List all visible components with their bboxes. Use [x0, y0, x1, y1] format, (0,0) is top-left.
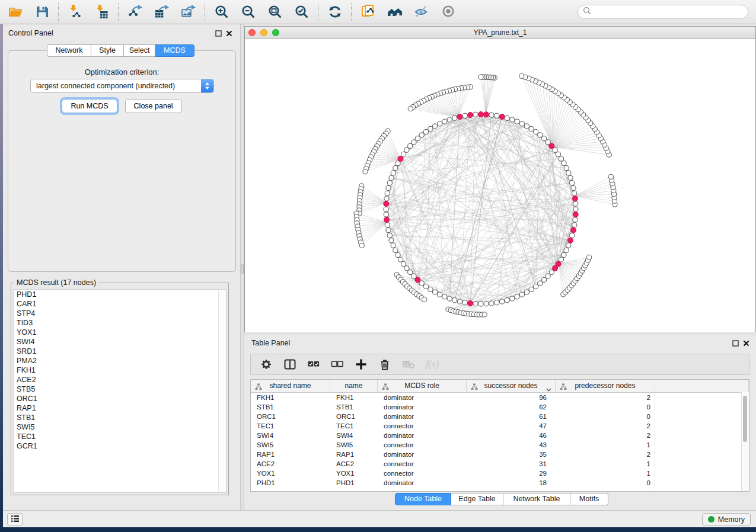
mcds-result-list: PHD1CAR1STP4TID3YOX1SWI4SRD1PMA2FKH1ACE2… — [13, 289, 227, 493]
mcds-result-item[interactable]: STB5 — [14, 384, 226, 394]
control-panel-title: Control Panel — [8, 29, 53, 37]
mcds-result-item[interactable]: RAP1 — [14, 403, 226, 413]
gear-icon[interactable] — [259, 357, 273, 371]
column-header-label: shared name — [269, 382, 311, 390]
table-row[interactable]: ORC1ORC1dominator610 — [251, 412, 749, 421]
column-header-label: MCDS role — [404, 382, 439, 390]
zoom-in-icon[interactable] — [213, 4, 230, 20]
table-row[interactable]: SWI5SWI5connector431 — [251, 440, 749, 450]
cell-MCDS-role: dominator — [378, 412, 467, 421]
table-row[interactable]: STB1STB1dominator620 — [251, 402, 749, 412]
table-row[interactable]: TEC1TEC1connector472 — [251, 421, 749, 431]
toolbar-group — [7, 4, 50, 20]
mcds-result-item[interactable]: ORC1 — [14, 394, 226, 403]
tab-network[interactable]: Network — [47, 44, 91, 57]
table-row[interactable]: YOX1YOX1connector291 — [251, 469, 749, 478]
export-image-icon[interactable] — [180, 4, 197, 20]
column-type-icon — [471, 382, 478, 394]
cell-name: ACE2 — [330, 459, 378, 469]
mcds-result-group: MCDS result (17 nodes) PHD1CAR1STP4TID3Y… — [11, 278, 229, 495]
mcds-result-item[interactable]: SRD1 — [14, 347, 226, 356]
network-canvas[interactable] — [245, 39, 755, 332]
close-table-panel-icon[interactable] — [742, 339, 750, 347]
column-header-shared-name[interactable]: shared name — [251, 380, 330, 392]
panel-splitter[interactable] — [240, 24, 244, 510]
tab-network-table[interactable]: Network Table — [503, 493, 570, 505]
refresh-icon[interactable] — [327, 4, 343, 20]
cell-successor-nodes: 18 — [467, 478, 556, 488]
tab-edge-table[interactable]: Edge Table — [451, 493, 503, 505]
tab-style[interactable]: Style — [91, 44, 124, 57]
deselect-all-icon[interactable] — [330, 357, 344, 371]
zoom-selected-icon[interactable] — [294, 4, 310, 20]
close-panel-button[interactable]: Close panel — [125, 99, 182, 113]
save-session-icon[interactable] — [34, 4, 50, 20]
table-row[interactable]: RAP1RAP1dominator352 — [251, 450, 749, 459]
add-column-icon[interactable] — [354, 357, 368, 371]
mcds-result-item[interactable]: SWI4 — [14, 337, 226, 347]
cell-predecessor-nodes: 0 — [556, 412, 655, 421]
search-input[interactable] — [594, 7, 748, 17]
mcds-result-item[interactable]: ACE2 — [14, 375, 226, 384]
table-row[interactable]: SWI4SWI4dominator462 — [251, 431, 749, 440]
table-row[interactable]: FKH1FKH1dominator962 — [251, 393, 749, 402]
hide-details-icon[interactable] — [413, 4, 430, 20]
column-header-predecessor-nodes[interactable]: predecessor nodes — [556, 380, 655, 392]
columns-icon[interactable] — [283, 357, 297, 371]
open-file-icon[interactable] — [7, 4, 24, 20]
show-details-icon[interactable] — [440, 4, 457, 20]
select-all-icon[interactable] — [307, 357, 321, 371]
mcds-result-item[interactable]: FKH1 — [14, 366, 226, 375]
toolbar-group — [127, 4, 197, 20]
table-row[interactable]: PHD1PHD1dominator180 — [251, 478, 749, 488]
zoom-fit-icon[interactable] — [267, 4, 283, 20]
export-network-icon[interactable] — [127, 4, 143, 20]
cell-shared-name: YOX1 — [251, 469, 330, 478]
mcds-result-item[interactable]: PMA2 — [14, 356, 226, 366]
houses-icon[interactable] — [387, 4, 403, 20]
import-table-icon[interactable] — [94, 4, 110, 20]
delete-column-icon[interactable] — [378, 357, 392, 371]
close-panel-icon[interactable] — [225, 30, 233, 37]
tab-motifs[interactable]: Motifs — [570, 493, 608, 505]
application-window: Control Panel NetworkStyleSelectMCDS Opt… — [0, 0, 756, 532]
mcds-result-item[interactable]: TID3 — [14, 318, 226, 328]
float-panel-icon[interactable] — [215, 30, 222, 37]
cell-shared-name: TEC1 — [251, 421, 330, 431]
new-network-from-selection-icon[interactable] — [360, 4, 377, 20]
memory-label: Memory — [718, 515, 745, 524]
splitter-grip[interactable] — [241, 264, 244, 274]
mcds-result-item[interactable]: TEC1 — [14, 432, 226, 441]
float-table-panel-icon[interactable] — [732, 339, 739, 347]
cell-MCDS-role: dominator — [378, 402, 467, 412]
mcds-list-scrollbar[interactable] — [218, 290, 226, 492]
table-scrollbar-thumb[interactable] — [743, 396, 747, 442]
tab-select[interactable]: Select — [124, 44, 155, 57]
toolbar-separator — [118, 3, 119, 21]
export-table-icon[interactable] — [154, 4, 170, 20]
tab-mcds[interactable]: MCDS — [155, 44, 194, 57]
column-header-MCDS-role[interactable]: MCDS role — [378, 380, 467, 392]
cell-successor-nodes: 96 — [467, 393, 556, 402]
column-header-successor-nodes[interactable]: successor nodes — [467, 380, 556, 392]
mcds-result-item[interactable]: CAR1 — [14, 299, 226, 309]
mcds-result-item[interactable]: PHD1 — [14, 290, 226, 299]
mcds-result-item[interactable]: GCR1 — [14, 441, 226, 451]
table-row[interactable]: ACE2ACE2connector311 — [251, 459, 749, 469]
memory-button[interactable]: Memory — [702, 513, 751, 525]
import-network-icon[interactable] — [67, 4, 84, 20]
mcds-result-item[interactable]: STB1 — [14, 413, 226, 422]
mcds-result-title: MCDS result (17 nodes) — [14, 278, 98, 287]
tab-node-table[interactable]: Node Table — [395, 493, 451, 505]
task-history-button[interactable] — [7, 513, 23, 525]
mcds-result-item[interactable]: SWI5 — [14, 422, 226, 432]
cell-predecessor-nodes: 1 — [556, 469, 655, 478]
cell-MCDS-role: dominator — [378, 393, 467, 402]
cell-shared-name: PHD1 — [251, 478, 330, 488]
run-mcds-button[interactable]: Run MCDS — [62, 99, 117, 113]
mcds-result-item[interactable]: STP4 — [14, 309, 226, 318]
zoom-out-icon[interactable] — [240, 4, 257, 20]
column-header-name[interactable]: name — [330, 380, 378, 392]
criterion-dropdown[interactable]: largest connected component (undirected) — [30, 79, 214, 93]
mcds-result-item[interactable]: YOX1 — [14, 328, 226, 337]
